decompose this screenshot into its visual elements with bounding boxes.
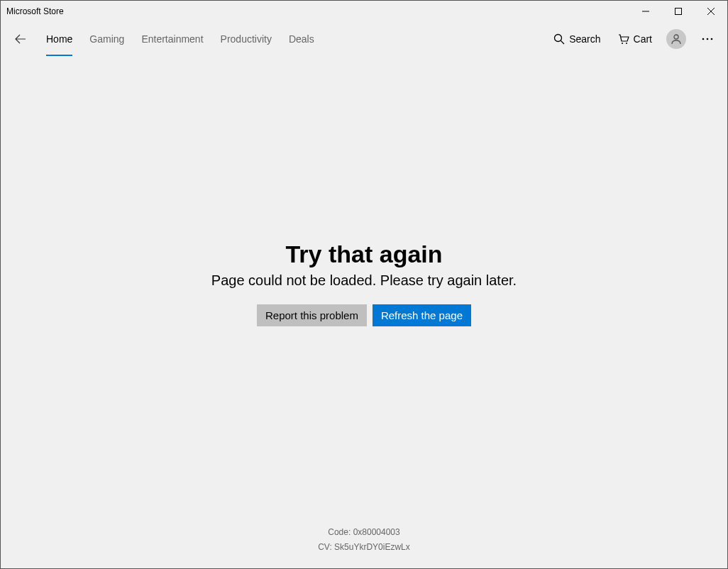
main-content: Try that again Page could not be loaded.… (1, 56, 727, 568)
error-buttons: Report this problem Refresh the page (211, 304, 517, 326)
nav-right: Search Cart (546, 25, 722, 53)
footer-codes: Code: 0x80004003 CV: Sk5uYkrDY0iEzwLx (1, 525, 727, 556)
svg-point-6 (622, 43, 623, 44)
minimize-button[interactable] (629, 1, 662, 22)
window-title: Microsoft Store (6, 6, 64, 16)
back-arrow-icon (15, 33, 26, 45)
tab-gaming[interactable]: Gaming (81, 22, 133, 56)
close-button[interactable] (695, 1, 727, 22)
tab-deals[interactable]: Deals (280, 22, 323, 56)
cart-icon (618, 33, 629, 45)
svg-point-7 (626, 43, 627, 44)
tab-label: Deals (289, 33, 314, 45)
tab-label: Gaming (89, 33, 124, 45)
tab-label: Entertainment (141, 33, 203, 45)
error-title: Try that again (211, 241, 517, 268)
profile-button[interactable] (666, 29, 686, 49)
svg-line-5 (561, 41, 565, 45)
svg-point-9 (702, 38, 705, 40)
error-cv: CV: Sk5uYkrDY0iEzwLx (1, 540, 727, 556)
search-icon (553, 33, 565, 45)
tab-entertainment[interactable]: Entertainment (133, 22, 211, 56)
search-label: Search (569, 33, 600, 45)
more-button[interactable] (693, 25, 722, 53)
cart-button[interactable]: Cart (611, 29, 659, 49)
nav-tabs: Home Gaming Entertainment Productivity D… (38, 22, 323, 56)
cart-label: Cart (634, 33, 652, 45)
svg-rect-1 (675, 9, 682, 15)
search-button[interactable]: Search (546, 29, 607, 49)
error-block: Try that again Page could not be loaded.… (211, 241, 517, 326)
svg-point-11 (711, 38, 713, 40)
report-problem-button[interactable]: Report this problem (257, 304, 367, 326)
navbar: Home Gaming Entertainment Productivity D… (1, 22, 727, 56)
person-icon (671, 33, 682, 45)
window-controls (629, 1, 727, 22)
titlebar: Microsoft Store (1, 1, 727, 22)
minimize-icon (642, 8, 649, 15)
error-code: Code: 0x80004003 (1, 525, 727, 541)
tab-label: Home (46, 33, 72, 45)
maximize-icon (675, 8, 682, 15)
svg-point-10 (707, 38, 709, 40)
tab-label: Productivity (221, 33, 272, 45)
more-icon (702, 38, 713, 40)
tab-productivity[interactable]: Productivity (212, 22, 280, 56)
refresh-page-button[interactable]: Refresh the page (373, 304, 471, 326)
tab-home[interactable]: Home (38, 22, 81, 56)
close-icon (707, 8, 715, 15)
error-message: Page could not be loaded. Please try aga… (211, 272, 517, 289)
svg-point-8 (674, 35, 678, 39)
svg-point-4 (555, 35, 562, 42)
maximize-button[interactable] (662, 1, 695, 22)
back-button[interactable] (6, 25, 35, 53)
